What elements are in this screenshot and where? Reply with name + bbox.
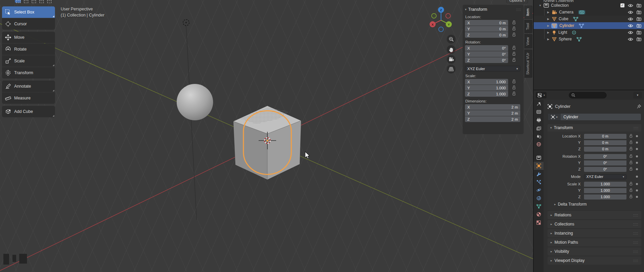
render-visibility-icon[interactable]: [637, 4, 641, 7]
axis-neg-y-handle[interactable]: [432, 13, 436, 18]
tab-collection-properties[interactable]: [534, 154, 544, 162]
lock-icon[interactable]: [629, 140, 633, 145]
panel-collections[interactable]: ▸Collections::::: [548, 220, 641, 228]
mesh-data-icon[interactable]: [573, 17, 578, 21]
panel-viewport-display[interactable]: ▸Viewport Display::::: [548, 256, 641, 265]
scale-z-field[interactable]: Z1.000: [465, 91, 508, 97]
panel-grip[interactable]: ::::: [633, 259, 638, 263]
tab-tool[interactable]: Tool: [524, 20, 532, 33]
render-visibility-icon[interactable]: [637, 10, 641, 14]
outliner-editor[interactable]: Scene Collection ▼ Collection ✓ ▶ Camera: [534, 0, 644, 90]
outliner-row-camera[interactable]: ▶ Camera: [534, 9, 644, 16]
tool-annotate[interactable]: Annotate: [2, 81, 55, 92]
keyframe-dot[interactable]: [636, 142, 638, 144]
eye-icon[interactable]: [628, 31, 633, 34]
collection-checkbox[interactable]: ✓: [620, 3, 624, 7]
transform-panel-header[interactable]: ▾ Transform ::::: [548, 124, 641, 131]
editor-type-button[interactable]: ▾: [536, 92, 547, 98]
tab-render-properties[interactable]: [534, 108, 544, 116]
outliner-row-collection[interactable]: ▼ Collection ✓: [534, 2, 644, 9]
pin-icon[interactable]: [637, 104, 641, 109]
prop-field[interactable]: 0 m: [584, 140, 626, 145]
eye-icon[interactable]: [628, 37, 633, 41]
location-z-field[interactable]: Z0 m: [465, 32, 508, 38]
tool-transform[interactable]: Transform: [2, 67, 55, 79]
dimensions-z-field[interactable]: Z2 m: [465, 116, 520, 122]
tool-scale[interactable]: Scale: [2, 55, 55, 67]
breadcrumb-object-name[interactable]: Cylinder: [555, 104, 570, 109]
lock-icon[interactable]: [512, 20, 516, 26]
rotation-y-field[interactable]: Y0°: [465, 51, 508, 57]
tab-output-properties[interactable]: [534, 116, 544, 124]
rotation-mode-dropdown[interactable]: XYZ Euler ▾: [465, 66, 520, 71]
disclosure-triangle-icon[interactable]: ▼: [538, 4, 542, 7]
outliner-row-light[interactable]: ▶ Light: [534, 29, 644, 36]
panel-grip[interactable]: ::::: [633, 232, 638, 235]
select-mode-intersect-button[interactable]: [46, 0, 52, 3]
navigation-gizmo[interactable]: Z X Y: [424, 3, 458, 36]
location-x-field[interactable]: X0 m: [465, 20, 508, 26]
tool-rotate[interactable]: Rotate: [2, 43, 55, 55]
tab-shortcut-vur[interactable]: Shortcut VUr: [524, 50, 532, 78]
tab-object-properties[interactable]: [534, 162, 544, 170]
keyframe-dot[interactable]: [636, 176, 638, 178]
panel-grip[interactable]: ::::: [633, 222, 638, 226]
keyframe-dot[interactable]: [636, 162, 638, 164]
lock-icon[interactable]: [512, 52, 516, 57]
panel-grip[interactable]: ::::: [633, 250, 638, 253]
perspective-toggle-button[interactable]: [447, 65, 456, 73]
keyframe-dot[interactable]: [636, 196, 638, 198]
scale-y-field[interactable]: Y1.000: [465, 85, 508, 91]
lock-icon[interactable]: [629, 188, 633, 193]
tool-select-box[interactable]: Select Box: [2, 6, 55, 18]
lock-icon[interactable]: [629, 167, 633, 172]
disclosure-triangle-icon[interactable]: ▶: [547, 31, 550, 34]
prop-field[interactable]: 1.000: [584, 194, 626, 200]
mesh-data-icon[interactable]: [579, 24, 584, 28]
camera-view-button[interactable]: [447, 55, 456, 64]
keyframe-dot[interactable]: [636, 135, 638, 137]
tab-particle-properties[interactable]: [534, 178, 544, 186]
eye-icon[interactable]: [628, 17, 633, 21]
lock-icon[interactable]: [629, 160, 633, 165]
outliner-row-sphere[interactable]: ▶ Sphere: [534, 36, 644, 42]
tab-physics-properties[interactable]: [534, 186, 544, 194]
tool-measure[interactable]: Measure: [2, 92, 55, 104]
transform-panel-header[interactable]: ▾ Transform ::::: [465, 6, 521, 12]
tab-material-properties[interactable]: [534, 210, 544, 218]
panel-grip[interactable]: ::::: [633, 213, 638, 217]
tab-object-data-properties[interactable]: [534, 202, 544, 210]
disclosure-triangle-icon[interactable]: ▶: [547, 38, 550, 41]
lock-icon[interactable]: [512, 85, 516, 91]
eye-icon[interactable]: [628, 24, 633, 28]
keyframe-dot[interactable]: [636, 168, 638, 170]
render-visibility-icon[interactable]: [637, 17, 641, 21]
scale-x-field[interactable]: X1.000: [465, 79, 508, 85]
axis-neg-x-handle[interactable]: [446, 13, 450, 18]
disclosure-triangle-icon[interactable]: ▶: [547, 18, 550, 21]
light-object[interactable]: [183, 20, 189, 26]
render-visibility-icon[interactable]: [637, 37, 641, 41]
rotation-x-field[interactable]: X0°: [465, 45, 508, 51]
outliner-row-cube[interactable]: ▶ Cube: [534, 16, 644, 22]
lock-icon[interactable]: [629, 194, 633, 200]
keyframe-dot[interactable]: [636, 183, 638, 185]
tab-scene-properties[interactable]: [534, 132, 544, 140]
prop-field[interactable]: 0 m: [584, 147, 626, 152]
render-visibility-icon[interactable]: [637, 31, 641, 34]
lock-icon[interactable]: [629, 147, 633, 152]
location-y-field[interactable]: Y0 m: [465, 26, 508, 32]
prop-field[interactable]: 0°: [584, 160, 626, 165]
object-name-field[interactable]: ▾ Cylinder: [548, 113, 641, 121]
tool-move[interactable]: Move: [2, 32, 55, 43]
keyframe-dot[interactable]: [636, 155, 638, 157]
panel-grip[interactable]: ::::: [516, 8, 521, 11]
lock-icon[interactable]: [629, 182, 633, 187]
options-button[interactable]: Options ▾: [506, 0, 528, 3]
axis-neg-z-handle[interactable]: [439, 27, 443, 32]
dimensions-y-field[interactable]: Y2 m: [465, 110, 520, 116]
disclosure-triangle-icon[interactable]: ▶: [547, 11, 550, 14]
tab-view[interactable]: View: [524, 34, 532, 49]
properties-search-input[interactable]: [569, 92, 607, 98]
prop-field[interactable]: 0 m: [584, 134, 626, 139]
